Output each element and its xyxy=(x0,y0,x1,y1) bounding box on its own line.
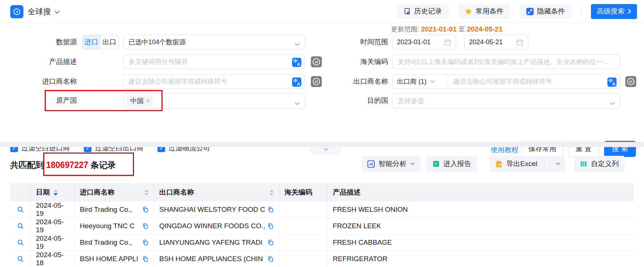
translate-icon[interactable]: 中A xyxy=(607,78,617,87)
exporter-input[interactable] xyxy=(448,78,603,86)
header-date[interactable]: 日期 xyxy=(31,183,75,202)
hs-code-field[interactable] xyxy=(392,54,620,69)
header-exporter-label: 出口商名称 xyxy=(159,188,266,197)
importer-field[interactable]: 中A xyxy=(123,74,305,89)
cell-exporter: QINGDAO WINNER FOODS CO., xyxy=(159,222,265,230)
sort-control[interactable] xyxy=(144,189,149,196)
tab-import[interactable]: 进口 xyxy=(82,35,100,49)
data-source-select[interactable]: 已选中104个数据源 xyxy=(123,35,305,49)
fuzzy-match-toggle-icon[interactable]: ⇄ xyxy=(625,76,636,87)
history-button-label: 历史记录 xyxy=(414,7,442,16)
table-row[interactable]: 2024-05-18 BSH HOME APPLI BSH HOME APPLI… xyxy=(10,251,634,267)
chevron-down-icon xyxy=(295,99,300,107)
calendar-icon xyxy=(516,39,523,48)
chevron-down-icon xyxy=(610,99,615,107)
table-header: 日期 进口商名称 出口商名称 海关编码 产品描述 xyxy=(10,183,634,202)
row-search-icon[interactable] xyxy=(17,222,24,230)
export-excel-button[interactable]: 导出Excel xyxy=(489,159,543,169)
update-range-to: 2024-05-21 xyxy=(467,25,502,33)
report-icon xyxy=(432,160,440,168)
update-range-note: 更新范围: 2021-01-01 至 2024-05-21 xyxy=(391,25,502,34)
date-to-field[interactable] xyxy=(464,35,528,49)
remove-tag-icon[interactable]: × xyxy=(146,98,149,104)
copy-icon[interactable] xyxy=(267,239,274,246)
row-search-icon[interactable] xyxy=(17,239,24,246)
star-icon xyxy=(465,8,472,15)
data-source-selected-value: 已选中104个数据源 xyxy=(129,38,186,46)
product-desc-field[interactable]: 中A xyxy=(123,54,305,69)
copy-icon[interactable] xyxy=(142,206,149,213)
results-count-suffix: 条记录 xyxy=(90,160,116,170)
divider xyxy=(547,156,547,172)
translate-icon[interactable]: 中A xyxy=(292,78,301,87)
section-divider xyxy=(0,142,644,147)
header-importer[interactable]: 进口商名称 xyxy=(75,183,154,202)
hs-code-input[interactable] xyxy=(398,58,615,66)
cell-date: 2024-05-19 xyxy=(31,202,75,218)
export-excel-label: 导出Excel xyxy=(506,159,537,169)
sort-control[interactable] xyxy=(53,189,58,196)
results-count-prefix: 共匹配到 xyxy=(10,160,44,170)
customize-columns-button[interactable]: 自定义列 xyxy=(574,156,625,172)
copy-icon[interactable] xyxy=(267,256,274,262)
app-switch-chevron-down-icon[interactable] xyxy=(54,9,60,15)
cell-date: 2024-05-19 xyxy=(31,234,75,251)
exporter-type-select[interactable]: 出口商 (1) xyxy=(392,75,448,89)
cell-importer: Heeyoung TNC C xyxy=(80,222,140,230)
cell-hs-code xyxy=(279,202,328,218)
update-range-from: 2021-01-01 xyxy=(421,25,457,33)
top-bar: 全球搜 历史记录 常用条件 隐藏条件 高级搜索 xyxy=(0,0,644,23)
favorites-button-label: 常用条件 xyxy=(476,7,503,16)
date-to-input[interactable] xyxy=(469,38,524,46)
favorites-button[interactable]: 常用条件 xyxy=(458,4,510,18)
table-row[interactable]: 2024-05-19 Bird Trading Co., SHANGHAI WE… xyxy=(10,202,634,218)
trade-data-search-page: 全球搜 历史记录 常用条件 隐藏条件 高级搜索 xyxy=(0,0,644,267)
cell-exporter: BSH HOME APPLIANCES (CHIN xyxy=(159,255,265,263)
hide-conditions-button-label: 隐藏条件 xyxy=(537,7,565,16)
tab-export[interactable]: 出口 xyxy=(100,35,119,49)
date-from-input[interactable] xyxy=(397,38,451,46)
origin-country-label: 原产国 xyxy=(18,93,77,108)
chevron-right-icon xyxy=(628,8,631,14)
exporter-field[interactable]: 出口商 (1) 中A xyxy=(392,74,620,89)
copy-icon[interactable] xyxy=(142,223,149,229)
export-options-chevron[interactable] xyxy=(551,162,565,165)
row-search-icon[interactable] xyxy=(17,255,24,263)
collapse-icon xyxy=(526,8,534,15)
cell-exporter: SHANGHAI WELSTORY FOOD C xyxy=(159,206,265,214)
cell-importer: Bird Trading Co., xyxy=(80,206,140,214)
export-excel-split-button: 导出Excel xyxy=(489,156,565,172)
app-logo-icon xyxy=(10,5,23,18)
fuzzy-match-toggle-icon[interactable]: ⇄ xyxy=(311,56,322,67)
copy-icon[interactable] xyxy=(267,223,274,229)
fuzzy-match-toggle-icon[interactable]: ⇄ xyxy=(311,76,322,87)
hide-conditions-button[interactable]: 隐藏条件 xyxy=(520,4,572,18)
enter-report-button[interactable]: 进入报告 xyxy=(427,156,477,172)
results-count-title: 共匹配到180697227条记录 xyxy=(10,159,116,171)
importer-input[interactable] xyxy=(129,78,288,86)
copy-icon[interactable] xyxy=(142,239,149,246)
customize-columns-label: 自定义列 xyxy=(591,159,619,169)
app-title: 全球搜 xyxy=(28,7,51,17)
copy-icon[interactable] xyxy=(142,256,149,262)
table-row[interactable]: 2024-05-19 Heeyoung TNC C QINGDAO WINNER… xyxy=(10,218,634,234)
row-search-icon[interactable] xyxy=(17,206,24,213)
copy-icon[interactable] xyxy=(267,206,274,213)
origin-country-select[interactable]: 中国 × xyxy=(123,93,305,109)
date-from-field[interactable] xyxy=(392,35,456,49)
dest-country-select[interactable]: 支持多选 xyxy=(392,93,620,109)
calendar-icon xyxy=(444,39,451,48)
product-desc-label: 产品描述 xyxy=(18,54,77,69)
advanced-search-button[interactable]: 高级搜索 xyxy=(591,4,637,19)
translate-icon[interactable]: 中A xyxy=(292,58,301,67)
history-icon xyxy=(403,8,411,15)
smart-analysis-button[interactable]: 智能分析 xyxy=(361,156,421,172)
product-desc-input[interactable] xyxy=(129,58,288,66)
history-button[interactable]: 历史记录 xyxy=(397,4,448,18)
header-exporter[interactable]: 出口商名称 xyxy=(154,183,279,202)
sort-control[interactable] xyxy=(269,189,274,196)
exporter-label: 出口商名称 xyxy=(330,74,388,89)
analysis-chart-icon xyxy=(367,160,375,168)
table-row[interactable]: 2024-05-19 Bird Trading Co., LIANYUNGANG… xyxy=(10,234,634,251)
header-date-label: 日期 xyxy=(36,188,50,197)
